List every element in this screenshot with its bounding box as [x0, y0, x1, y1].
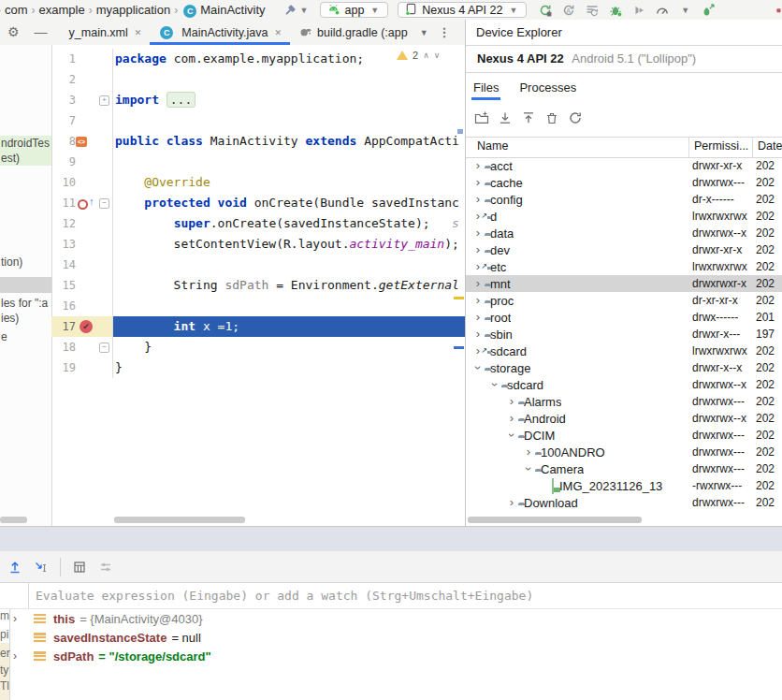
chevron-right-icon[interactable]: ›	[471, 294, 485, 307]
evaluate-expression-icon[interactable]	[72, 560, 87, 575]
file-tree-row[interactable]: ›mntdrwxrwxr-x202	[466, 275, 782, 292]
apply-code-changes-icon[interactable]: A	[561, 3, 576, 18]
file-tree-row[interactable]: ›Cameradrwxrwx---202	[466, 460, 782, 477]
download-icon[interactable]	[498, 110, 513, 125]
editor-hscrollbar[interactable]	[0, 517, 27, 523]
chevron-right-icon[interactable]: ›	[505, 395, 518, 408]
code-line[interactable]: 16	[51, 296, 465, 316]
column-permissions[interactable]: Permissi...	[694, 139, 748, 153]
chevron-right-icon[interactable]: ›	[13, 612, 17, 625]
chevron-right-icon[interactable]: ›	[488, 378, 501, 391]
refresh-icon[interactable]	[568, 110, 583, 125]
evaluate-expression-input[interactable]: Evaluate expression (Eingabe) or add a w…	[0, 583, 782, 609]
chevron-right-icon[interactable]: ›	[471, 159, 485, 172]
next-problem-icon[interactable]: ∨	[434, 51, 441, 60]
chevron-right-icon[interactable]: ›	[471, 176, 485, 189]
code-text[interactable]	[113, 152, 465, 172]
tab-files[interactable]: Files	[473, 73, 499, 102]
resume-icon[interactable]	[631, 3, 646, 18]
fold-collapse-icon[interactable]: −	[99, 198, 109, 209]
code-line[interactable]: 15 String sdPath = Environment.getExtern…	[51, 275, 465, 296]
chevron-right-icon[interactable]: ›	[471, 226, 485, 240]
code-line[interactable]: 12 super.onCreate(savedInstanceState); s	[51, 213, 465, 234]
inspections-widget[interactable]: 2 ∧ ∨	[394, 49, 442, 62]
column-name[interactable]: Name	[477, 139, 508, 153]
code-text[interactable]	[113, 69, 465, 90]
code-line[interactable]: 8<>public class MainActivity extends App…	[51, 131, 465, 152]
fold-collapse-icon[interactable]: −	[99, 343, 109, 353]
code-text[interactable]: protected void onCreate(Bundle savedInst…	[113, 193, 465, 213]
chevron-right-icon[interactable]: ›	[471, 277, 485, 290]
chevron-down-icon[interactable]: ▼	[681, 6, 689, 15]
code-lines[interactable]: 1package com.example.myapplication;23+im…	[51, 49, 465, 378]
show-execution-point-icon[interactable]	[7, 560, 22, 575]
chevron-right-icon[interactable]: ›	[522, 445, 535, 459]
device-hscrollbar-thumb[interactable]	[468, 517, 642, 523]
file-tree-row[interactable]: ›acctdrwxr-xr-x202	[466, 157, 782, 174]
tab-y-main-xml[interactable]: y_main.xml✕	[61, 20, 151, 45]
apply-changes-icon[interactable]	[538, 3, 553, 18]
code-line[interactable]: 19}	[51, 357, 465, 378]
rerun-tasks-icon[interactable]	[585, 3, 600, 18]
file-tree-row[interactable]: ›cachedrwxrwx---202	[466, 174, 782, 191]
column-date[interactable]: Date	[758, 139, 782, 153]
variable-row[interactable]: ›savedInstanceState= null	[0, 628, 782, 647]
chevron-right-icon[interactable]: ›	[471, 361, 485, 374]
file-tree-row[interactable]: ›↗sdcardlrwxrwxrwx202	[466, 343, 782, 359]
stop-icon[interactable]	[776, 3, 782, 18]
code-text[interactable]: String sdPath = Environment.getExternal	[113, 275, 465, 296]
file-tree-row[interactable]: ›devdrwxr-xr-x202	[466, 241, 782, 258]
code-line[interactable]: 13 setContentView(R.layout.activity_main…	[51, 234, 465, 255]
hide-panel-icon[interactable]: —	[35, 20, 48, 45]
close-icon[interactable]: ✕	[275, 28, 282, 37]
attach-debugger-icon[interactable]	[701, 3, 716, 18]
code-line[interactable]: 3+import ...	[51, 90, 465, 110]
code-line[interactable]: 17✔ int x =1;	[51, 316, 465, 337]
chevron-right-icon[interactable]: ›	[505, 429, 518, 442]
file-table-header[interactable]: Name Permissi... Date	[466, 137, 782, 158]
file-tree-row[interactable]: ›Androiddrwxrwx--x202	[466, 410, 782, 427]
breadcrumb-item[interactable]: myapplication	[96, 3, 171, 17]
file-tree-row[interactable]: ›sbindrwxr-x---197	[466, 326, 782, 343]
code-text[interactable]: import ...	[113, 90, 465, 110]
chevron-right-icon[interactable]: ›	[471, 193, 485, 206]
code-line[interactable]: 10 @Override	[51, 172, 465, 193]
code-text[interactable]	[113, 110, 465, 131]
run-config-selector[interactable]: app ▼	[320, 2, 388, 18]
code-line[interactable]: 11↑− protected void onCreate(Bundle save…	[51, 193, 465, 213]
chevron-right-icon[interactable]: ›	[505, 412, 518, 425]
code-line[interactable]: 14	[51, 255, 465, 275]
code-text[interactable]: }	[113, 357, 465, 378]
file-tree-row[interactable]: ›DCIMdrwxrwx---202	[466, 427, 782, 444]
code-text[interactable]: @Override	[113, 172, 465, 193]
code-text[interactable]: super.onCreate(savedInstanceState); s	[113, 213, 465, 234]
tab-build-gradle-app[interactable]: build.gradle (:app	[290, 20, 416, 45]
code-text[interactable]: setContentView(R.layout.activity_main);	[113, 234, 465, 255]
chevron-right-icon[interactable]: ›	[471, 311, 485, 324]
chevron-down-icon[interactable]: ▼	[300, 6, 309, 15]
debug-icon[interactable]	[608, 3, 623, 18]
editor-hscrollbar-thumb[interactable]	[114, 517, 245, 523]
code-editor[interactable]: ndroidTesest)tion)les for ":aies)e Versi…	[0, 45, 465, 526]
code-line[interactable]: 2	[51, 69, 465, 90]
layout-settings-icon[interactable]	[98, 560, 113, 575]
file-tree-row[interactable]: ›datadrwxrwx--x202	[466, 225, 782, 241]
file-tree-row[interactable]: ›configdr-x------202	[466, 191, 782, 208]
breakpoint-icon[interactable]: ✔	[80, 320, 93, 333]
file-tree-row[interactable]: ›sdcarddrwxrwx--x202	[466, 376, 782, 393]
chevron-right-icon[interactable]: ›	[13, 649, 17, 663]
breadcrumb-item[interactable]: MainActivity	[200, 3, 265, 17]
override-marker-icon[interactable]	[78, 199, 88, 210]
variable-row[interactable]: ›sdPath= "/storage/sdcard"	[0, 647, 782, 665]
file-tree-row[interactable]: ›procdr-xr-xr-x202	[466, 292, 782, 309]
code-text[interactable]: public class MainActivity extends AppCom…	[113, 131, 465, 152]
file-tree-row[interactable]: ›storagedrwxr-x--x202	[466, 359, 782, 376]
chevron-right-icon[interactable]: ›	[471, 328, 485, 341]
close-icon[interactable]: ✕	[135, 28, 142, 37]
code-text[interactable]: int x =1;	[113, 316, 465, 337]
more-options-icon[interactable]: ⋮	[439, 25, 451, 39]
device-selector[interactable]: Nexus 4 API 22 ▼	[398, 2, 527, 18]
code-line[interactable]: 9	[51, 152, 465, 172]
tab-processes[interactable]: Processes	[519, 73, 576, 102]
file-tree-row[interactable]: ›↗etclrwxrwxrwx202	[466, 258, 782, 275]
